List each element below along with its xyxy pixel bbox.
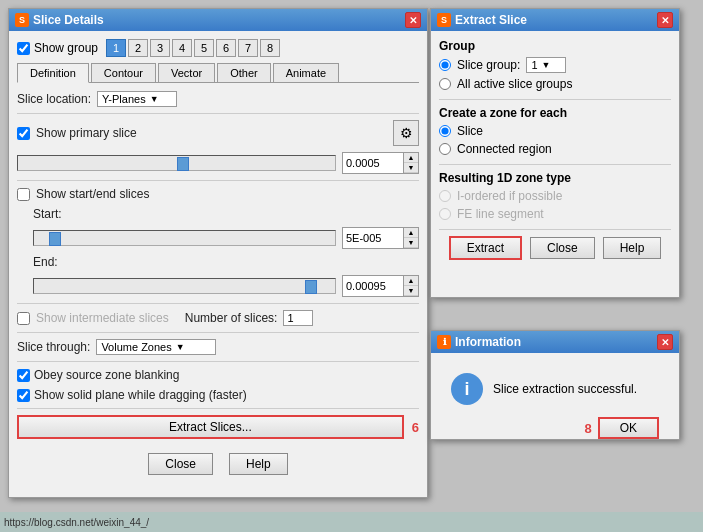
slice-details-close-btn[interactable]: ✕ <box>405 12 421 28</box>
end-down-arrow[interactable]: ▼ <box>404 286 418 296</box>
extract-button[interactable]: Extract <box>449 236 522 260</box>
end-slider-thumb[interactable] <box>305 280 317 294</box>
connected-region-radio[interactable] <box>439 143 451 155</box>
group-btn-8[interactable]: 8 <box>260 39 280 57</box>
info-close-x-btn[interactable]: ✕ <box>657 334 673 350</box>
slice-through-arrow-icon: ▼ <box>176 342 185 352</box>
obey-source-checkbox[interactable] <box>17 369 30 382</box>
show-start-end-row: Show start/end slices <box>17 187 419 201</box>
primary-down-arrow[interactable]: ▼ <box>404 163 418 173</box>
bottom-buttons-row: Close Help <box>17 453 419 475</box>
show-primary-checkbox[interactable] <box>17 127 30 140</box>
end-spinbox: ▲ ▼ <box>342 275 419 297</box>
start-up-arrow[interactable]: ▲ <box>404 228 418 238</box>
extract-slices-button[interactable]: Extract Slices... <box>17 415 404 439</box>
start-spinbox: ▲ ▼ <box>342 227 419 249</box>
group-btn-3[interactable]: 3 <box>150 39 170 57</box>
show-solid-row: Show solid plane while dragging (faster) <box>17 388 419 402</box>
show-primary-label: Show primary slice <box>36 126 137 140</box>
start-slider-thumb[interactable] <box>49 232 61 246</box>
start-slider[interactable] <box>33 230 336 246</box>
show-start-end-checkbox[interactable] <box>17 188 30 201</box>
slice-group-radio[interactable] <box>439 59 451 71</box>
slice-location-dropdown[interactable]: Y-Planes ▼ <box>97 91 177 107</box>
all-active-radio[interactable] <box>439 78 451 90</box>
show-solid-checkbox[interactable] <box>17 389 30 402</box>
group-btn-1[interactable]: 1 <box>106 39 126 57</box>
separator-3 <box>17 303 419 304</box>
info-circle-icon: i <box>451 373 483 405</box>
tab-animate[interactable]: Animate <box>273 63 339 82</box>
step-6-label: 6 <box>412 420 419 435</box>
group-btn-5[interactable]: 5 <box>194 39 214 57</box>
status-text: https://blog.csdn.net/weixin_44_/ <box>4 517 149 528</box>
separator-2 <box>17 180 419 181</box>
extract-help-button[interactable]: Help <box>603 237 662 259</box>
extract-btns-row: Extract Close Help <box>439 236 671 260</box>
separator-ex-3 <box>439 229 671 230</box>
group-btn-7[interactable]: 7 <box>238 39 258 57</box>
i-ordered-radio[interactable] <box>439 190 451 202</box>
tab-contour[interactable]: Contour <box>91 63 156 82</box>
help-button[interactable]: Help <box>229 453 288 475</box>
end-slider[interactable] <box>33 278 336 294</box>
group-dropdown-arrow-icon: ▼ <box>542 60 551 70</box>
end-row: End: <box>33 255 419 269</box>
num-slices-label: Number of slices: <box>185 311 278 325</box>
connected-region-row: Connected region <box>439 142 671 156</box>
separator-6 <box>17 408 419 409</box>
show-primary-row: Show primary slice ⚙ <box>17 120 419 146</box>
group-btn-2[interactable]: 2 <box>128 39 148 57</box>
tab-other[interactable]: Other <box>217 63 271 82</box>
slice-details-titlebar: S Slice Details ✕ <box>9 9 427 31</box>
title-left: S Slice Details <box>15 13 104 27</box>
slice-group-dropdown[interactable]: 1 ▼ <box>526 57 566 73</box>
show-intermediate-checkbox[interactable] <box>17 312 30 325</box>
end-value-input[interactable] <box>343 276 403 296</box>
create-zone-label: Create a zone for each <box>439 106 671 120</box>
group-btn-4[interactable]: 4 <box>172 39 192 57</box>
extract-slice-titlebar: S Extract Slice ✕ <box>431 9 679 31</box>
extract-slice-close-btn[interactable]: ✕ <box>657 12 673 28</box>
slice-through-value: Volume Zones <box>101 341 171 353</box>
group-radio-group: Slice group: 1 ▼ All active slice groups <box>439 57 671 91</box>
show-start-end-label: Show start/end slices <box>36 187 149 201</box>
start-value-input[interactable] <box>343 228 403 248</box>
gear-button[interactable]: ⚙ <box>393 120 419 146</box>
start-row: Start: <box>33 207 419 221</box>
close-button[interactable]: Close <box>148 453 213 475</box>
extract-close-button[interactable]: Close <box>530 237 595 259</box>
info-title: Information <box>455 335 521 349</box>
tab-definition[interactable]: Definition <box>17 63 89 83</box>
end-slider-row: ▲ ▼ <box>33 275 419 297</box>
slice-location-label: Slice location: <box>17 92 91 106</box>
primary-slider[interactable] <box>17 155 336 171</box>
end-up-arrow[interactable]: ▲ <box>404 276 418 286</box>
primary-slider-thumb[interactable] <box>177 157 189 171</box>
end-label: End: <box>33 255 58 269</box>
ok-button[interactable]: OK <box>598 417 659 439</box>
primary-up-arrow[interactable]: ▲ <box>404 153 418 163</box>
slice-location-value: Y-Planes <box>102 93 146 105</box>
show-group-row: Show group 1 2 3 4 5 6 7 8 <box>17 39 419 57</box>
group-section-label: Group <box>439 39 671 53</box>
info-message-row: i Slice extraction successful. <box>439 361 671 417</box>
group-buttons: 1 2 3 4 5 6 7 8 <box>106 39 280 57</box>
primary-value-input[interactable] <box>343 153 403 173</box>
resulting-1d-label: Resulting 1D zone type <box>439 171 671 185</box>
slice-radio[interactable] <box>439 125 451 137</box>
obey-source-row: Obey source zone blanking <box>17 368 419 382</box>
slice-icon: S <box>15 13 29 27</box>
fe-line-row: FE line segment <box>439 207 671 221</box>
start-down-arrow[interactable]: ▼ <box>404 238 418 248</box>
show-group-checkbox[interactable] <box>17 42 30 55</box>
slice-through-dropdown[interactable]: Volume Zones ▼ <box>96 339 216 355</box>
num-slices-input[interactable] <box>283 310 313 326</box>
extract-slice-title: Extract Slice <box>455 13 527 27</box>
fe-line-radio[interactable] <box>439 208 451 220</box>
group-btn-6[interactable]: 6 <box>216 39 236 57</box>
tab-vector[interactable]: Vector <box>158 63 215 82</box>
show-solid-label: Show solid plane while dragging (faster) <box>34 388 247 402</box>
info-icon-title: ℹ <box>437 335 451 349</box>
i-ordered-label: I-ordered if possible <box>457 189 562 203</box>
